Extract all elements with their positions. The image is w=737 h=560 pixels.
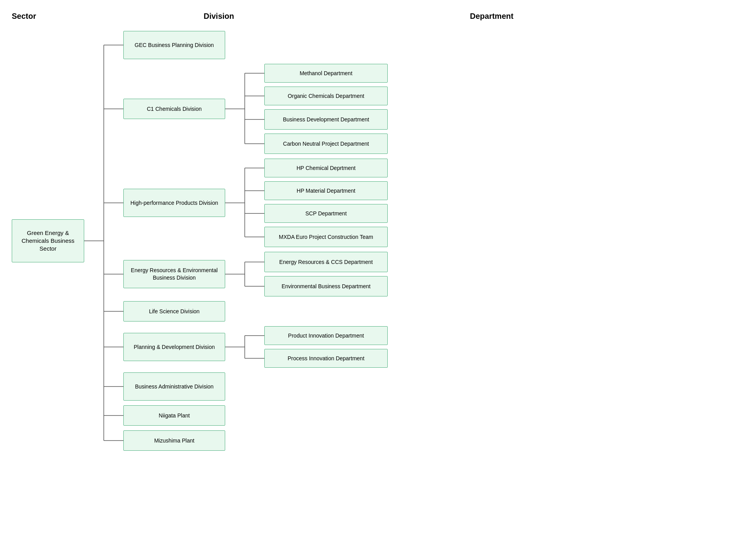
department-box: Process Innovation Department bbox=[264, 349, 388, 368]
division-box: Business Administrative Division bbox=[123, 372, 225, 401]
chart-body: Green Energy & Chemicals Business Sector… bbox=[12, 31, 725, 468]
chart-container: Green Energy & Chemicals Business Sector… bbox=[12, 31, 396, 466]
department-box: Environmental Business Department bbox=[264, 276, 388, 296]
department-box: HP Material Department bbox=[264, 181, 388, 200]
header-division: Division bbox=[204, 12, 329, 21]
department-box: MXDA Euro Project Construction Team bbox=[264, 227, 388, 247]
department-box: Business Development Department bbox=[264, 109, 388, 130]
header-department: Department bbox=[470, 12, 513, 21]
division-box: Niigata Plant bbox=[123, 405, 225, 426]
division-box: Energy Resources & Environmental Busines… bbox=[123, 260, 225, 288]
department-box: Organic Chemicals Department bbox=[264, 87, 388, 105]
department-box: Carbon Neutral Project Department bbox=[264, 134, 388, 154]
sector-box: Green Energy & Chemicals Business Sector bbox=[12, 219, 84, 262]
department-box: HP Chemical Deprtment bbox=[264, 159, 388, 177]
division-box: Life Science Division bbox=[123, 301, 225, 322]
department-box: Product Innovation Department bbox=[264, 326, 388, 345]
department-box: Methanol Department bbox=[264, 64, 388, 83]
header-sector: Sector bbox=[12, 12, 90, 21]
department-box: Energy Resources & CCS Department bbox=[264, 252, 388, 272]
division-box: High-performance Products Division bbox=[123, 189, 225, 217]
division-box: Planning & Development Division bbox=[123, 333, 225, 361]
org-chart: Sector Division Department Green Energy … bbox=[12, 12, 725, 468]
header-row: Sector Division Department bbox=[12, 12, 725, 24]
division-box: Mizushima Plant bbox=[123, 430, 225, 451]
division-box: C1 Chemicals Division bbox=[123, 99, 225, 119]
department-box: SCP Department bbox=[264, 204, 388, 223]
division-box: GEC Business Planning Division bbox=[123, 31, 225, 59]
